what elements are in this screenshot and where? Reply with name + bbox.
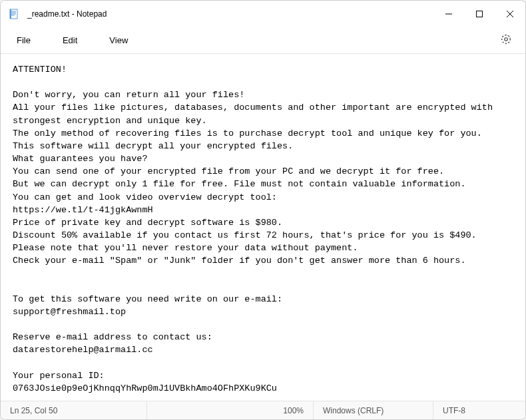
status-cursor-position: Ln 25, Col 50 — [1, 401, 147, 419]
menu-edit[interactable]: Edit — [56, 31, 84, 49]
statusbar: Ln 25, Col 50 100% Windows (CRLF) UTF-8 — [1, 401, 525, 419]
menu-file[interactable]: File — [10, 31, 37, 49]
svg-rect-7 — [477, 11, 483, 17]
maximize-button[interactable] — [464, 1, 495, 27]
titlebar[interactable]: _readme.txt - Notepad — [1, 1, 525, 27]
text-area[interactable]: ATTENTION! Don't worry, you can return a… — [1, 54, 525, 401]
status-zoom[interactable]: 100% — [220, 401, 314, 419]
status-line-ending: Windows (CRLF) — [314, 401, 433, 419]
notepad-icon — [9, 9, 19, 19]
minimize-button[interactable] — [433, 1, 464, 27]
svg-rect-5 — [10, 9, 11, 19]
svg-point-10 — [505, 37, 508, 41]
settings-button[interactable] — [496, 29, 516, 52]
close-button[interactable] — [495, 1, 525, 27]
menu-view[interactable]: View — [103, 31, 134, 49]
notepad-window: _readme.txt - Notepad File Edit View — [0, 0, 526, 420]
window-controls — [433, 1, 525, 27]
menubar: File Edit View — [1, 27, 525, 54]
window-title: _readme.txt - Notepad — [27, 9, 433, 19]
status-encoding: UTF-8 — [433, 401, 525, 419]
